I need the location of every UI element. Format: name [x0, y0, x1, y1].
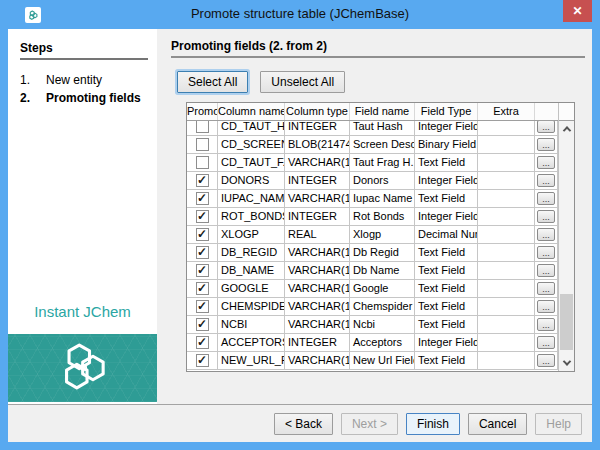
step-promoting-fields[interactable]: 2. Promoting fields: [8, 89, 157, 107]
promote-checkbox[interactable]: [196, 354, 209, 367]
cell-column-type: VARCHAR(1...: [285, 244, 350, 261]
table-row[interactable]: CD_TAUT_F... VARCHAR(1... Taut Frag H...…: [187, 154, 558, 172]
promote-checkbox[interactable]: [196, 192, 209, 205]
cell-field-type: Integer Field: [415, 208, 478, 225]
cell-extra: [478, 172, 535, 189]
cell-column-type: VARCHAR(1...: [285, 190, 350, 207]
col-header-extra[interactable]: Extra: [478, 103, 535, 120]
scrollbar-thumb[interactable]: [560, 294, 573, 350]
promote-checkbox[interactable]: [196, 138, 209, 151]
col-header-more: [535, 103, 558, 120]
cell-field-name: New Url Field: [350, 352, 415, 369]
unselect-all-button[interactable]: Unselect All: [260, 71, 345, 93]
row-more-button[interactable]: ...: [537, 192, 555, 205]
more-cell: ...: [535, 226, 558, 243]
table-header-row: Promote Column name Column type Field na…: [187, 103, 558, 121]
table-row[interactable]: IUPAC_NAME VARCHAR(1... Iupac Name Text …: [187, 190, 558, 208]
scroll-down-icon[interactable]: [559, 355, 574, 371]
table-row[interactable]: NCBI VARCHAR(1... Ncbi Text Field ...: [187, 316, 558, 334]
scroll-up-icon[interactable]: [559, 121, 574, 137]
table-row[interactable]: DB_NAME VARCHAR(1... Db Name Text Field …: [187, 262, 558, 280]
fields-table: Promote Column name Column type Field na…: [186, 102, 575, 372]
cell-field-name: Donors: [350, 172, 415, 189]
row-more-button[interactable]: ...: [537, 354, 555, 367]
back-button[interactable]: < Back: [274, 413, 333, 435]
col-header-promote[interactable]: Promote: [187, 103, 218, 120]
cell-extra: [478, 208, 535, 225]
cell-column-type: BLOB(21474...: [285, 136, 350, 153]
main-panel: Promoting fields (2. from 2) Select All …: [157, 29, 592, 404]
promote-cell: [187, 316, 218, 333]
table-scrollbar[interactable]: [558, 103, 574, 371]
table-row[interactable]: ACCEPTORS INTEGER Acceptors Integer Fiel…: [187, 334, 558, 352]
row-more-button[interactable]: ...: [537, 210, 555, 223]
cell-field-name: Taut Hash: [350, 121, 415, 135]
col-header-field-type[interactable]: Field Type: [415, 103, 478, 120]
cell-field-type: Text Field: [415, 244, 478, 261]
select-all-button[interactable]: Select All: [177, 71, 248, 93]
promote-checkbox[interactable]: [196, 228, 209, 241]
col-header-field-name[interactable]: Field name: [350, 103, 415, 120]
steps-list: 1. New entity 2. Promoting fields: [8, 71, 157, 107]
promote-checkbox[interactable]: [196, 336, 209, 349]
promote-checkbox[interactable]: [196, 318, 209, 331]
row-more-button[interactable]: ...: [537, 318, 555, 331]
cancel-button[interactable]: Cancel: [468, 413, 527, 435]
promote-checkbox[interactable]: [196, 174, 209, 187]
row-more-button[interactable]: ...: [537, 264, 555, 277]
row-more-button[interactable]: ...: [537, 228, 555, 241]
cell-extra: [478, 352, 535, 369]
table-row[interactable]: ROT_BONDS INTEGER Rot Bonds Integer Fiel…: [187, 208, 558, 226]
row-more-button[interactable]: ...: [537, 121, 555, 133]
table-row[interactable]: DONORS INTEGER Donors Integer Field ...: [187, 172, 558, 190]
promote-checkbox[interactable]: [196, 246, 209, 259]
close-icon[interactable]: ✕: [563, 0, 592, 22]
step-label: Promoting fields: [46, 91, 141, 105]
table-row[interactable]: CD_TAUT_H... INTEGER Taut Hash Integer F…: [187, 121, 558, 136]
promote-checkbox[interactable]: [196, 264, 209, 277]
more-cell: ...: [535, 121, 558, 135]
table-row[interactable]: NEW_URL_FI... VARCHAR(1... New Url Field…: [187, 352, 558, 370]
row-more-button[interactable]: ...: [537, 156, 555, 169]
promote-cell: [187, 136, 218, 153]
steps-sidebar: Steps 1. New entity 2. Promoting fields …: [8, 29, 157, 404]
table-row[interactable]: CHEMSPIDER VARCHAR(1... Chemspider Text …: [187, 298, 558, 316]
cell-field-name: Taut Frag H...: [350, 154, 415, 171]
cell-field-type: Text Field: [415, 352, 478, 369]
table-row[interactable]: XLOGP REAL Xlogp Decimal Num... ...: [187, 226, 558, 244]
wizard-button-bar: < Back Next > Finish Cancel Help: [8, 405, 592, 442]
finish-button[interactable]: Finish: [406, 413, 460, 435]
step-new-entity[interactable]: 1. New entity: [8, 71, 157, 89]
row-more-button[interactable]: ...: [537, 300, 555, 313]
row-more-button[interactable]: ...: [537, 246, 555, 259]
cell-column-type: INTEGER: [285, 334, 350, 351]
more-cell: ...: [535, 172, 558, 189]
table-row[interactable]: GOOGLE VARCHAR(1... Google Text Field ..…: [187, 280, 558, 298]
promote-checkbox[interactable]: [196, 282, 209, 295]
hexagon-logo-icon: [52, 340, 114, 396]
promote-checkbox[interactable]: [196, 210, 209, 223]
promote-cell: [187, 208, 218, 225]
promote-checkbox[interactable]: [196, 156, 209, 169]
cell-column-type: VARCHAR(1...: [285, 298, 350, 315]
cell-field-name: Xlogp: [350, 226, 415, 243]
promote-checkbox[interactable]: [196, 300, 209, 313]
table-row[interactable]: CD_SCREEN... BLOB(21474... Screen Desc..…: [187, 136, 558, 154]
promote-checkbox[interactable]: [196, 121, 209, 133]
row-more-button[interactable]: ...: [537, 336, 555, 349]
row-more-button[interactable]: ...: [537, 138, 555, 151]
col-header-column-name[interactable]: Column name: [218, 103, 285, 120]
window-title: Promote structure table (JChemBase): [0, 6, 600, 21]
row-more-button[interactable]: ...: [537, 174, 555, 187]
col-header-column-type[interactable]: Column type: [285, 103, 350, 120]
cell-column-name: XLOGP: [218, 226, 285, 243]
cell-column-name: ROT_BONDS: [218, 208, 285, 225]
cell-field-name: Chemspider: [350, 298, 415, 315]
cell-field-type: Integer Field: [415, 121, 478, 135]
row-more-button[interactable]: ...: [537, 282, 555, 295]
table-row[interactable]: DB_REGID VARCHAR(1... Db Regid Text Fiel…: [187, 244, 558, 262]
cell-column-name: ACCEPTORS: [218, 334, 285, 351]
cell-column-name: NEW_URL_FI...: [218, 352, 285, 369]
scrollbar-track[interactable]: [559, 121, 574, 371]
cell-extra: [478, 154, 535, 171]
